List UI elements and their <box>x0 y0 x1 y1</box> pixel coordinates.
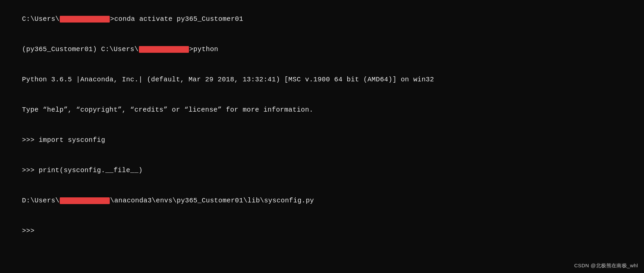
terminal-line-4: Type “help”, “copyright”, “credits” or “… <box>5 95 639 125</box>
terminal-line-6: >>> print(sysconfig.__file__) <box>5 155 639 186</box>
redacted-username-2 <box>139 46 189 53</box>
terminal-line-1: C:\Users\ >conda activate py365_Customer… <box>5 4 639 34</box>
repl-prompt-5: >>> import sysconfig <box>22 136 105 144</box>
python-help-info: Type “help”, “copyright”, “credits” or “… <box>22 106 313 114</box>
repl-prompt-6: >>> print(sysconfig.__file__) <box>22 166 143 174</box>
terminal-line-3: Python 3.6.5 |Anaconda, Inc.| (default, … <box>5 65 639 95</box>
terminal-window[interactable]: C:\Users\ >conda activate py365_Customer… <box>0 0 644 273</box>
command-1: >conda activate py365_Customer01 <box>110 15 243 23</box>
redacted-username-3 <box>60 197 110 204</box>
command-2: >python <box>189 45 218 53</box>
terminal-line-2: (py365_Customer01) C:\Users\ >python <box>5 34 639 65</box>
terminal-line-8: >>> <box>5 216 639 246</box>
repl-prompt-8: >>> <box>22 227 39 235</box>
terminal-line-5: >>> import sysconfig <box>5 125 639 155</box>
path-suffix-7: \anaconda3\envs\py365_Customer01\lib\sys… <box>110 197 314 204</box>
terminal-line-7: D:\Users\ \anaconda3\envs\py365_Customer… <box>5 186 639 216</box>
prompt-prefix-1: C:\Users\ <box>22 15 60 23</box>
watermark: CSDN @北极熊在南极_whl <box>574 263 638 269</box>
redacted-username-1 <box>60 16 110 23</box>
path-prefix-7: D:\Users\ <box>22 197 60 204</box>
python-version-info: Python 3.6.5 |Anaconda, Inc.| (default, … <box>22 76 434 83</box>
prompt-prefix-2: (py365_Customer01) C:\Users\ <box>22 45 139 53</box>
